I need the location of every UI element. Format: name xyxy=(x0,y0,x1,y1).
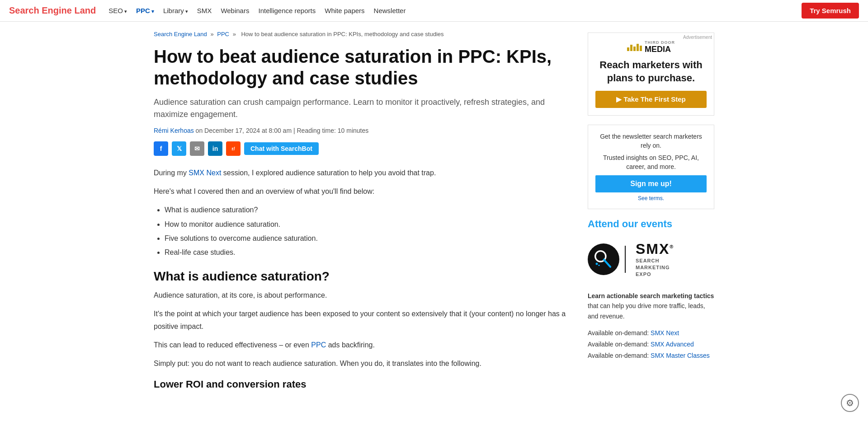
reading-time: Reading time: 10 minutes xyxy=(297,127,369,134)
events-link-row-2: Available on-demand: SMX Advanced xyxy=(588,339,714,350)
nav-seo[interactable]: SEO xyxy=(108,7,127,14)
newsletter-terms[interactable]: See terms. xyxy=(595,195,707,201)
smx-next-link[interactable]: SMX Next xyxy=(189,169,221,177)
newsletter-sub: Trusted insights on SEO, PPC, AI, career… xyxy=(595,154,707,171)
article-title: How to beat audience saturation in PPC: … xyxy=(154,46,570,89)
logo-part2: Land xyxy=(75,5,96,15)
smx-text-divider xyxy=(625,246,626,273)
events-link-prefix-1: Available on-demand: xyxy=(588,329,651,337)
breadcrumb-sep1: » xyxy=(210,31,215,37)
breadcrumb: Search Engine Land » PPC » How to beat a… xyxy=(154,31,570,37)
newsletter-box: Get the newsletter search marketers rely… xyxy=(588,125,714,209)
toc-item-2: How to monitor audience saturation. xyxy=(165,218,570,230)
smx-logo-container: SMX® SEARCH MARKETING EXPO xyxy=(588,236,714,283)
nav-whitepapers[interactable]: White papers xyxy=(325,7,364,14)
ppc-link[interactable]: PPC xyxy=(311,341,326,349)
navbar: Search Engine Land SEO PPC Library SMX W… xyxy=(0,0,868,22)
ad-cta-button[interactable]: Take The First Step xyxy=(595,91,707,108)
smx-next-events-link[interactable]: SMX Next xyxy=(651,329,679,337)
bar1 xyxy=(627,47,629,51)
section1-p3: This can lead to reduced effectiveness –… xyxy=(154,339,570,351)
social-buttons: f 𝕏 ✉ in r/ Chat with SearchBot xyxy=(154,141,570,156)
events-box: Attend our events SMX® xyxy=(588,218,714,362)
try-semrush-button[interactable]: Try Semrush xyxy=(802,3,859,19)
events-link-row-1: Available on-demand: SMX Next xyxy=(588,327,714,339)
article-date: on December 17, 2024 at 8:00 am xyxy=(196,127,292,134)
facebook-share-button[interactable]: f xyxy=(154,141,168,156)
smx-icon xyxy=(588,243,619,275)
toc-item-4: Real-life case studies. xyxy=(165,246,570,258)
breadcrumb-home[interactable]: Search Engine Land xyxy=(154,31,207,37)
chat-searchbot-button[interactable]: Chat with SearchBot xyxy=(244,142,319,155)
events-links: Available on-demand: SMX Next Available … xyxy=(588,327,714,362)
section1-p4: Simply put: you do not want to reach aud… xyxy=(154,357,570,370)
smx-subtitle: SEARCH MARKETING EXPO xyxy=(636,257,674,278)
breadcrumb-section[interactable]: PPC xyxy=(217,31,229,37)
section1-p1: Audience saturation, at its core, is abo… xyxy=(154,289,570,301)
smx-icon-svg xyxy=(592,248,615,271)
events-link-row-3: Available on-demand: SMX Master Classes xyxy=(588,350,714,361)
settings-icon[interactable]: ⚙ xyxy=(841,394,859,395)
nav-smx[interactable]: SMX xyxy=(197,7,212,14)
ad-headline: Reach marketers with plans to purchase. xyxy=(595,59,707,84)
toc-item-1: What is audience saturation? xyxy=(165,204,570,216)
events-link-prefix-3: Available on-demand: xyxy=(588,352,651,359)
newsletter-headline: Get the newsletter search marketers rely… xyxy=(595,132,707,150)
nav-links: SEO PPC Library SMX Webinars Intelligenc… xyxy=(108,7,802,14)
page-wrapper: Search Engine Land » PPC » How to beat a… xyxy=(145,22,723,395)
smx-label: SMX® xyxy=(636,241,674,257)
article-meta: Rémi Kerhoas on December 17, 2024 at 8:0… xyxy=(154,127,570,134)
newsletter-signup-button[interactable]: Sign me up! xyxy=(595,175,707,192)
twitter-share-button[interactable]: 𝕏 xyxy=(172,141,186,156)
linkedin-share-button[interactable]: in xyxy=(208,141,222,156)
sidebar: Advertisement THIRD DOOR MEDIA Reach mar… xyxy=(588,31,714,395)
section2-heading: Lower ROI and conversion rates xyxy=(154,379,570,390)
reddit-share-button[interactable]: r/ xyxy=(226,141,241,156)
toc-list: What is audience saturation? How to moni… xyxy=(165,204,570,258)
ad-label: Advertisement xyxy=(683,35,712,40)
article-subtitle: Audience saturation can crush campaign p… xyxy=(154,96,570,121)
toc-item-3: Five solutions to overcome audience satu… xyxy=(165,232,570,244)
events-link-prefix-2: Available on-demand: xyxy=(588,341,651,348)
ad-logo-area: THIRD DOOR MEDIA xyxy=(595,40,707,54)
article: How to beat audience saturation in PPC: … xyxy=(154,46,570,390)
article-separator: | xyxy=(293,127,297,134)
email-share-button[interactable]: ✉ xyxy=(190,141,204,156)
smx-reg: ® xyxy=(670,244,674,249)
main-content: Search Engine Land » PPC » How to beat a… xyxy=(154,31,570,395)
section1-heading: What is audience saturation? xyxy=(154,269,570,284)
nav-library[interactable]: Library xyxy=(163,7,188,14)
smx-text-area: SMX® SEARCH MARKETING EXPO xyxy=(631,241,674,278)
breadcrumb-sep2: » xyxy=(233,31,238,37)
site-logo[interactable]: Search Engine Land xyxy=(9,5,96,16)
bar3 xyxy=(633,47,636,51)
nav-ppc[interactable]: PPC xyxy=(136,7,154,14)
smx-advanced-events-link[interactable]: SMX Advanced xyxy=(651,341,694,348)
bar5 xyxy=(640,46,642,51)
events-desc-bold: Learn actionable search marketing tactic… xyxy=(588,292,714,299)
logo-part1: Search Engine xyxy=(9,5,72,15)
events-title: Attend our events xyxy=(588,218,714,230)
nav-newsletter[interactable]: Newsletter xyxy=(374,7,406,14)
section1-p2: It's the point at which your target audi… xyxy=(154,308,570,332)
ad-logo-bars xyxy=(627,44,642,51)
article-body: During my SMX Next session, I explored a… xyxy=(154,167,570,390)
smx-master-classes-link[interactable]: SMX Master Classes xyxy=(651,352,710,359)
ad-box: Advertisement THIRD DOOR MEDIA Reach mar… xyxy=(588,33,714,116)
intro-paragraph-1: During my SMX Next session, I explored a… xyxy=(154,167,570,179)
author-link[interactable]: Rémi Kerhoas xyxy=(154,127,194,134)
events-desc-rest: that can help you drive more traffic, le… xyxy=(588,302,705,319)
svg-point-3 xyxy=(598,265,599,266)
ad-brand-main: MEDIA xyxy=(645,45,675,54)
events-desc: Learn actionable search marketing tactic… xyxy=(588,291,714,321)
ad-brand-sub: THIRD DOOR xyxy=(645,40,675,45)
bar4 xyxy=(637,44,639,51)
bar2 xyxy=(630,45,632,51)
breadcrumb-current: How to beat audience saturation in PPC: … xyxy=(241,31,443,37)
nav-intelligence[interactable]: Intelligence reports xyxy=(258,7,316,14)
intro-paragraph-2: Here's what I covered then and an overvi… xyxy=(154,185,570,197)
nav-webinars[interactable]: Webinars xyxy=(221,7,249,14)
svg-line-1 xyxy=(604,260,610,267)
svg-point-2 xyxy=(596,263,598,265)
